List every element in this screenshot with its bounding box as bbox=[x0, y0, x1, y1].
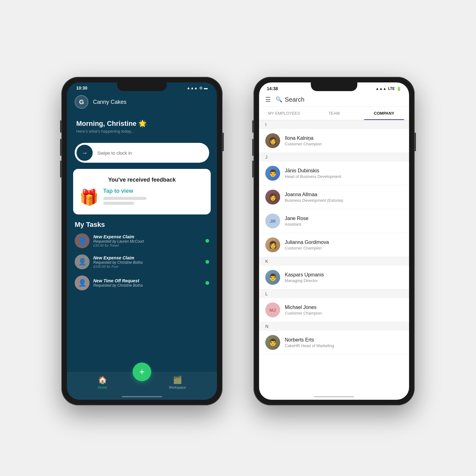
emp-role-norberts: CakeHR Head of Marketing bbox=[285, 343, 403, 348]
nav-workspace[interactable]: 🗂️ Workspace bbox=[169, 376, 186, 389]
feedback-card[interactable]: You've received feedback 🎁 Tap to view bbox=[73, 169, 211, 214]
employee-kaspars[interactable]: 👨 Kaspars Upmanis Managing Director bbox=[259, 266, 409, 289]
ilona-face: 👩 bbox=[269, 137, 277, 145]
emp-info-janis: Jānis Dubinskis Head of Business Develop… bbox=[285, 168, 403, 179]
emp-role-joanna: Business Development (Estonia) bbox=[285, 198, 403, 203]
emp-info-ilona: Ilona Kalniņa Customer Champion bbox=[285, 135, 403, 146]
section-j: J bbox=[259, 153, 409, 161]
task-info-1: New Expense Claim Requested by Lauren Mc… bbox=[93, 234, 202, 247]
julianna-face: 👩 bbox=[269, 241, 277, 249]
task-info-2: New Expense Claim Requested by Christine… bbox=[93, 255, 202, 268]
employee-list: I 👩 Ilona Kalniņa Customer Champion J bbox=[259, 120, 409, 400]
emp-role-julianna: Customer Champion bbox=[285, 246, 403, 250]
section-i: I bbox=[259, 120, 409, 129]
feedback-content: 🎁 Tap to view bbox=[79, 188, 205, 207]
emp-info-michael: Michael Jones Customer Champion bbox=[285, 305, 403, 315]
task-requester-1: Requested by Lauren McCourt bbox=[93, 239, 202, 244]
right-volume-up bbox=[252, 139, 253, 156]
emp-info-jane: Jane Rose Assistant bbox=[285, 216, 403, 227]
wifi-icon: ⊙ bbox=[199, 86, 202, 90]
signal-icon: ▲▲▲ bbox=[187, 86, 198, 90]
emp-role-kaspars: Managing Director bbox=[285, 278, 403, 283]
emp-name-norberts: Norberts Erts bbox=[285, 337, 403, 343]
emp-name-janis: Jānis Dubinskis bbox=[285, 168, 403, 174]
employee-julianna[interactable]: 👩 Julianna Gordimova Customer Champion bbox=[259, 233, 409, 257]
tasks-title: My Tasks bbox=[75, 221, 209, 229]
battery-icon: ▬ bbox=[204, 86, 208, 90]
swipe-container[interactable]: → Swipe to clock in bbox=[75, 143, 209, 163]
volume-down-button bbox=[60, 161, 61, 178]
emp-role-jane: Assistant bbox=[285, 222, 403, 227]
tabs-row: MY EMPLOYEES TEAM COMPANY bbox=[259, 107, 409, 120]
tap-to-view[interactable]: Tap to view bbox=[103, 188, 147, 194]
tab-team[interactable]: TEAM bbox=[309, 107, 359, 120]
blurred-line-1 bbox=[103, 197, 147, 200]
app-header: G Canny Cakes bbox=[67, 90, 217, 113]
task-requester-3: Requested by Christine Botha bbox=[93, 283, 202, 288]
search-label[interactable]: Search bbox=[285, 96, 304, 103]
menu-icon[interactable]: ☰ bbox=[265, 96, 271, 103]
arrow-icon: → bbox=[82, 149, 88, 156]
right-status-icons: ▲▲▲ LTE 🔋 bbox=[376, 86, 401, 91]
avatar-michael: MJ bbox=[265, 302, 280, 317]
employee-norberts[interactable]: 👨 Norberts Erts CakeHR Head of Marketing bbox=[259, 331, 409, 355]
emp-name-michael: Michael Jones bbox=[285, 305, 403, 310]
task-dot-2 bbox=[205, 260, 209, 264]
greeting-sub: Here's what's happening today... bbox=[76, 129, 208, 134]
task-item-2[interactable]: 👤 New Expense Claim Requested by Christi… bbox=[75, 254, 209, 269]
employee-ilona[interactable]: 👩 Ilona Kalniņa Customer Champion bbox=[259, 129, 409, 153]
right-screen: 14:38 ▲▲▲ LTE 🔋 ☰ 🔍 Search bbox=[259, 82, 409, 400]
task-item[interactable]: 👤 New Expense Claim Requested by Lauren … bbox=[75, 233, 209, 248]
mute-button bbox=[60, 120, 61, 133]
fab-button[interactable]: + bbox=[133, 363, 151, 381]
task-dot-3 bbox=[205, 281, 209, 285]
task-amount-1: £30.00 for Travel bbox=[93, 244, 202, 247]
emp-role-janis: Head of Business Development bbox=[285, 174, 403, 179]
left-phone: 10:30 ▲▲▲ ⊙ ▬ G Canny Cakes Morning, Chr… bbox=[61, 77, 223, 405]
tab-my-employees[interactable]: MY EMPLOYEES bbox=[259, 107, 309, 120]
task-item-3[interactable]: 👤 New Time Off Request Requested by Chri… bbox=[75, 275, 209, 290]
avatar-kaspars: 👨 bbox=[265, 270, 280, 285]
task-requester-2: Requested by Christine Botha bbox=[93, 260, 202, 265]
employee-janis[interactable]: 👨 Jānis Dubinskis Head of Business Devel… bbox=[259, 161, 409, 185]
home-label: Home bbox=[98, 386, 107, 389]
emp-name-julianna: Julianna Gordimova bbox=[285, 240, 403, 245]
task-dot-1 bbox=[205, 239, 209, 243]
employee-joanna[interactable]: 👩 Joanna Allmaa Business Development (Es… bbox=[259, 185, 409, 209]
task-avatar-2: 👤 bbox=[75, 254, 90, 269]
emp-name-ilona: Ilona Kalniņa bbox=[285, 135, 403, 141]
workspace-icon: 🗂️ bbox=[173, 376, 182, 384]
jane-initials: JR bbox=[270, 218, 275, 224]
section-l: L bbox=[259, 289, 409, 298]
search-icon: 🔍 bbox=[275, 96, 282, 103]
michael-initials: MJ bbox=[270, 307, 276, 313]
task-type-3: New Time Off Request bbox=[93, 278, 202, 283]
plus-icon: + bbox=[139, 367, 145, 377]
emp-name-joanna: Joanna Allmaa bbox=[285, 192, 403, 197]
avatar-norberts: 👨 bbox=[265, 335, 280, 350]
blurred-line-2 bbox=[103, 202, 134, 205]
avatar-joanna: 👩 bbox=[265, 190, 280, 205]
nav-home[interactable]: 🏠 Home bbox=[98, 376, 107, 389]
right-power-button bbox=[415, 133, 416, 151]
joanna-face: 👩 bbox=[269, 193, 277, 201]
emp-role-michael: Customer Champion bbox=[285, 311, 403, 315]
emp-info-norberts: Norberts Erts CakeHR Head of Marketing bbox=[285, 337, 403, 348]
battery-charging-icon: 🔋 bbox=[396, 86, 401, 91]
swipe-button[interactable]: → bbox=[77, 145, 93, 161]
section-n: N bbox=[259, 322, 409, 331]
janis-face: 👨 bbox=[269, 169, 277, 177]
app-title: Canny Cakes bbox=[93, 99, 126, 105]
avatar-julianna: 👩 bbox=[265, 237, 280, 252]
home-indicator-left bbox=[122, 396, 162, 397]
left-status-icons: ▲▲▲ ⊙ ▬ bbox=[187, 86, 208, 90]
employee-jane[interactable]: JR Jane Rose Assistant bbox=[259, 209, 409, 233]
norberts-face: 👨 bbox=[269, 338, 277, 346]
tab-company[interactable]: COMPANY bbox=[359, 107, 409, 120]
employee-michael[interactable]: MJ Michael Jones Customer Champion bbox=[259, 298, 409, 322]
task-type-1: New Expense Claim bbox=[93, 234, 202, 239]
section-k: K bbox=[259, 257, 409, 266]
right-time: 14:38 bbox=[267, 86, 278, 91]
right-volume-down bbox=[252, 161, 253, 178]
emp-info-julianna: Julianna Gordimova Customer Champion bbox=[285, 240, 403, 250]
